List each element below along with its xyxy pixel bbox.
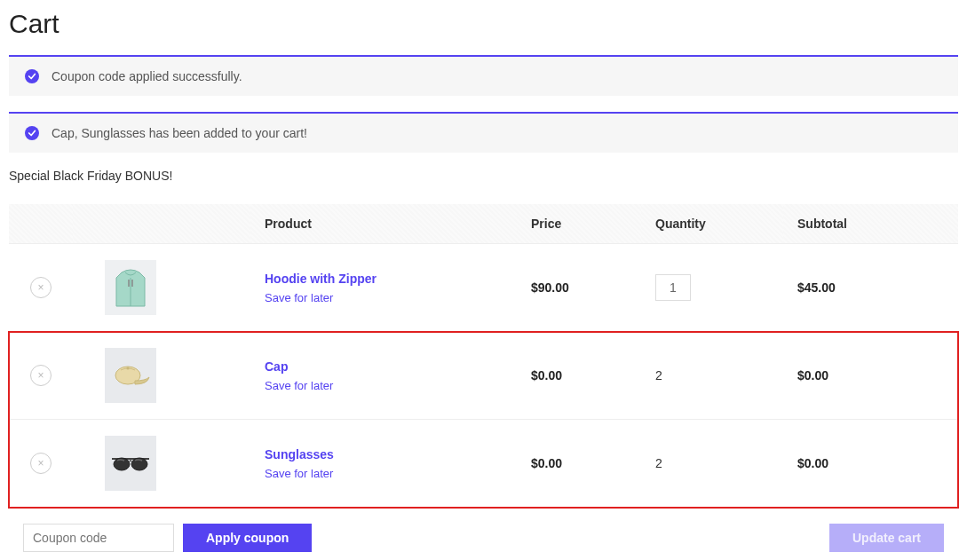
subtotal-value: $0.00 — [797, 456, 828, 470]
product-name-link[interactable]: Hoodie with Zipper — [265, 272, 376, 286]
subtotal-value: $45.00 — [797, 280, 836, 295]
apply-coupon-button[interactable]: Apply coupon — [183, 524, 312, 552]
remove-item-button[interactable]: × — [30, 453, 52, 474]
coupon-code-input[interactable] — [23, 524, 174, 552]
bonus-label: Special Black Friday BONUS! — [9, 169, 958, 183]
actions-row: Apply coupon Update cart — [9, 508, 958, 561]
save-for-later-link[interactable]: Save for later — [265, 379, 503, 392]
price-value: $0.00 — [531, 368, 562, 383]
product-thumbnail[interactable] — [105, 348, 156, 403]
remove-item-button[interactable]: × — [30, 277, 52, 298]
product-thumbnail[interactable] — [105, 436, 156, 491]
header-subtotal: Subtotal — [783, 204, 958, 244]
subtotal-value: $0.00 — [797, 368, 828, 383]
product-thumbnail[interactable] — [105, 260, 156, 315]
table-row: × Cap Save for later — [9, 332, 958, 420]
price-value: $90.00 — [531, 280, 569, 295]
notice-text: Cap, Sunglasses has been added to your c… — [52, 126, 307, 140]
header-product: Product — [250, 204, 517, 244]
quantity-stepper[interactable] — [655, 274, 691, 301]
check-circle-icon — [25, 69, 39, 83]
page-title: Cart — [9, 9, 958, 39]
cart-table: Product Price Quantity Subtotal × — [9, 204, 958, 560]
check-circle-icon — [25, 126, 39, 140]
quantity-value: 2 — [655, 368, 662, 383]
header-price: Price — [517, 204, 641, 244]
product-name-link[interactable]: Cap — [265, 359, 288, 374]
sunglasses-icon — [108, 450, 153, 477]
save-for-later-link[interactable]: Save for later — [265, 467, 503, 480]
hoodie-icon — [111, 265, 150, 310]
cart-table-container: Product Price Quantity Subtotal × — [9, 204, 958, 560]
table-row: × Hoodie with Zipper — [9, 244, 958, 332]
notice-text: Coupon code applied successfully. — [52, 69, 242, 83]
product-name-link[interactable]: Sunglasses — [265, 447, 334, 461]
save-for-later-link[interactable]: Save for later — [265, 291, 503, 304]
notice-coupon-applied: Coupon code applied successfully. — [9, 55, 958, 96]
update-cart-button[interactable]: Update cart — [829, 524, 944, 552]
header-quantity: Quantity — [641, 204, 783, 244]
table-row: × Sunglasses — [9, 420, 958, 508]
remove-item-button[interactable]: × — [30, 365, 52, 386]
quantity-value: 2 — [655, 456, 662, 470]
price-value: $0.00 — [531, 456, 562, 470]
notice-added-to-cart: Cap, Sunglasses has been added to your c… — [9, 112, 958, 153]
cap-icon — [108, 358, 153, 393]
